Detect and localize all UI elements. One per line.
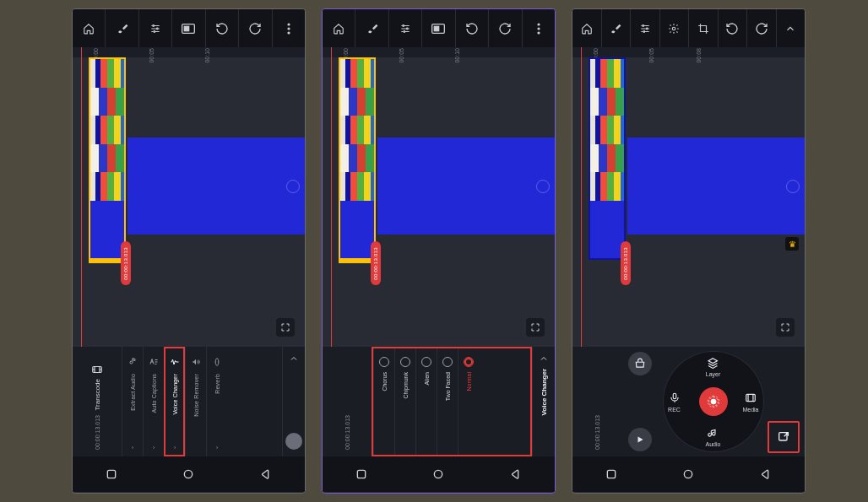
- wheel-media[interactable]: Media: [742, 391, 758, 413]
- nav-recents[interactable]: [102, 465, 121, 483]
- wheel-layer[interactable]: Layer: [706, 356, 721, 377]
- toolbar-sliders[interactable]: [389, 9, 422, 47]
- video-clip[interactable]: [589, 57, 626, 260]
- voice-option-alien[interactable]: Alien: [415, 348, 437, 455]
- playhead-time-pill: 00:00:13.013: [371, 241, 381, 285]
- playhead[interactable]: [331, 47, 332, 347]
- wheel-rec[interactable]: REC: [668, 391, 681, 413]
- svg-point-30: [685, 470, 692, 478]
- wheel-panel: Layer Media Audio REC: [621, 347, 805, 456]
- play-button[interactable]: [628, 428, 652, 451]
- side-info: 00:00:13.013: [572, 347, 621, 456]
- mic-icon: [668, 391, 681, 405]
- preview-strip: [377, 138, 555, 235]
- watermark-icon: [536, 180, 550, 193]
- radio-icon: [379, 357, 389, 367]
- toolbar-redo[interactable]: [747, 9, 777, 47]
- toolbar-sliders[interactable]: [631, 9, 660, 47]
- toolbar-home[interactable]: [323, 9, 355, 47]
- svg-point-2: [154, 30, 155, 32]
- nav-back[interactable]: [507, 465, 525, 483]
- chevron-up-icon[interactable]: [539, 354, 549, 364]
- nav-back[interactable]: [757, 465, 775, 483]
- toolbar-undo[interactable]: [719, 9, 748, 47]
- playhead-time-pill: 00:00:13.013: [621, 241, 631, 285]
- ruler-tick: 00:10: [204, 48, 210, 63]
- tool-extract-audio[interactable]: Extract Audio›: [122, 347, 143, 456]
- radio-icon: [400, 357, 410, 367]
- chevron-up-icon[interactable]: [289, 354, 299, 364]
- voice-option-chipmunk[interactable]: Chipmunk: [394, 348, 415, 455]
- phone-screen-2: 00:00 00:05 00:10 00:00:13.013 00:00:13.…: [322, 8, 556, 494]
- toolbar-aspect[interactable]: [422, 9, 455, 47]
- bottom-panel-wheel: 00:00:13.013 Layer Media Audio REC: [572, 347, 805, 456]
- toolbar-redo[interactable]: [489, 9, 522, 47]
- toolbar-brush[interactable]: [355, 9, 388, 47]
- svg-rect-15: [434, 25, 440, 31]
- svg-rect-9: [107, 470, 115, 478]
- toolbar-crop[interactable]: [689, 9, 719, 47]
- nav-home[interactable]: [429, 465, 448, 483]
- playhead[interactable]: [581, 47, 582, 347]
- svg-rect-28: [779, 433, 787, 440]
- voice-option-chorus[interactable]: Chorus: [373, 348, 394, 455]
- nav-home[interactable]: [179, 465, 198, 483]
- nav-back[interactable]: [257, 465, 275, 483]
- voice-option-two-faced[interactable]: Two Faced: [437, 348, 458, 455]
- toolbar-home[interactable]: [73, 9, 106, 47]
- svg-point-21: [643, 24, 644, 26]
- toolbar-undo[interactable]: [206, 9, 239, 47]
- nav-recents[interactable]: [352, 465, 371, 483]
- toolbar: [323, 9, 555, 47]
- scroll-knob[interactable]: [285, 433, 302, 450]
- export-button[interactable]: [768, 421, 800, 453]
- tool-auto-captions[interactable]: Auto Captions›: [143, 347, 164, 456]
- svg-point-10: [185, 470, 193, 478]
- playhead[interactable]: [81, 47, 82, 347]
- fullscreen-button[interactable]: [526, 318, 545, 337]
- apply-button[interactable]: [699, 387, 728, 416]
- android-navbar: [323, 456, 555, 492]
- watermark-icon: [786, 180, 800, 193]
- tool-reverb[interactable]: Reverb›: [206, 347, 227, 456]
- tool-voice-changer[interactable]: Voice Changer›: [164, 347, 185, 456]
- video-clip[interactable]: [89, 57, 126, 260]
- tool-noise-remover[interactable]: Noise Remover: [185, 347, 206, 456]
- video-clip[interactable]: [339, 57, 376, 260]
- toolbar-undo[interactable]: [456, 9, 489, 47]
- toolbar-settings[interactable]: [660, 9, 690, 47]
- timeline[interactable]: 00:00 00:05 00:08 00:00:13.013 ♛: [572, 47, 805, 347]
- premium-badge-icon: ♛: [785, 237, 799, 251]
- side-info: 00:00:13.013: [323, 347, 372, 456]
- voice-option-normal[interactable]: Normal: [458, 348, 479, 455]
- timeline[interactable]: 00:00 00:05 00:10 00:00:13.013: [323, 47, 555, 347]
- store-button[interactable]: [628, 352, 652, 375]
- transcode-label: Transcode: [94, 379, 101, 411]
- android-navbar: [73, 456, 305, 492]
- toolbar-redo[interactable]: [239, 9, 272, 47]
- timeline[interactable]: 00:00 00:05 00:10 00:00:13.013: [73, 47, 305, 347]
- nav-home[interactable]: [679, 465, 697, 483]
- svg-rect-29: [607, 470, 615, 478]
- toolbar-sliders[interactable]: [139, 9, 172, 47]
- svg-rect-26: [673, 393, 676, 398]
- toolbar-more[interactable]: [523, 9, 555, 47]
- svg-point-17: [537, 27, 540, 30]
- wheel-audio[interactable]: Audio: [706, 426, 721, 447]
- transcode-button[interactable]: Transcode: [91, 364, 103, 411]
- svg-point-6: [287, 27, 290, 30]
- playhead-time-text: 00:00:13.013: [623, 247, 628, 280]
- toolbar-brush[interactable]: [602, 9, 632, 47]
- nav-recents[interactable]: [602, 465, 621, 483]
- toolbar-collapse[interactable]: [777, 9, 806, 47]
- fullscreen-button[interactable]: [276, 318, 295, 337]
- toolbar-brush[interactable]: [106, 9, 138, 47]
- fullscreen-button[interactable]: [776, 318, 795, 337]
- toolbar-home[interactable]: [572, 9, 602, 47]
- svg-point-23: [643, 30, 645, 32]
- svg-point-0: [153, 24, 155, 26]
- toolbar-aspect[interactable]: [172, 9, 205, 47]
- timeline-ruler: 00:00 00:05 00:10: [73, 47, 305, 57]
- android-navbar: [572, 456, 805, 492]
- toolbar-more[interactable]: [273, 9, 305, 47]
